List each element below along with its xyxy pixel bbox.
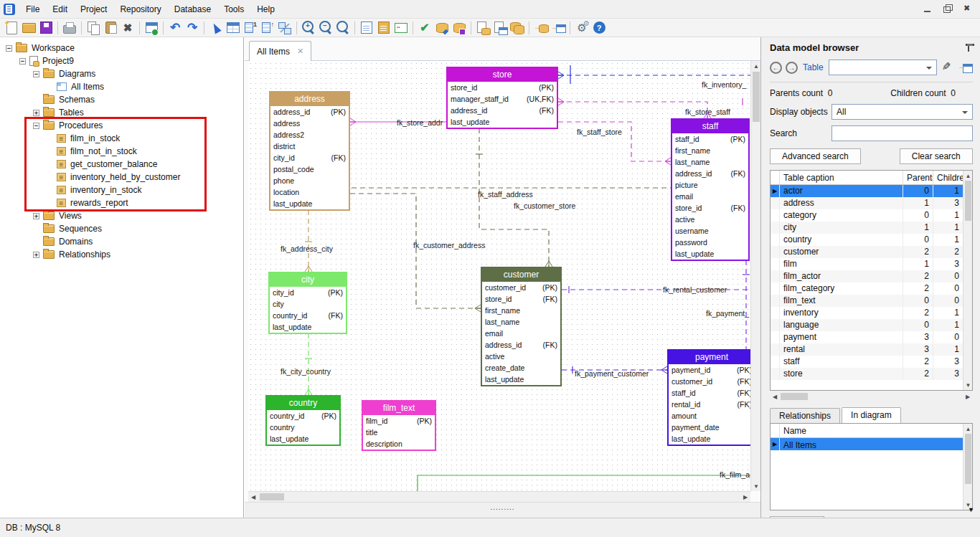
grid-hscrollbar[interactable]: ◀ ▶ (770, 391, 973, 401)
grid-scroll-down-icon[interactable]: ▼ (963, 380, 973, 390)
execute-script-icon[interactable] (433, 19, 451, 37)
canvas-vscrollbar[interactable]: ▲ ▼ (750, 61, 760, 491)
table-row-actor[interactable]: ▶actor01a (771, 185, 963, 197)
report-icon[interactable] (358, 19, 375, 37)
scroll-up-icon[interactable]: ▲ (751, 61, 761, 71)
canvas-hscrollbar[interactable]: ◀ ▶ (248, 491, 750, 502)
rel-name-header[interactable]: Name (780, 424, 972, 437)
tree-expander-collapse-icon[interactable]: − (33, 71, 39, 77)
table-combobox[interactable] (829, 60, 937, 75)
diagram-table-country[interactable]: countrycountry_id(PK)countrylast_update (265, 395, 341, 446)
advanced-search-button[interactable]: Advanced search (770, 148, 861, 164)
relgrid-vscroll-thumb[interactable] (965, 434, 971, 484)
add-table-icon[interactable] (143, 19, 160, 37)
paste-icon[interactable] (102, 19, 119, 37)
import-database-icon[interactable] (532, 19, 550, 37)
tree-item-inventory-in-stock[interactable]: inventory_in_stock (0, 184, 243, 196)
tree-expander-collapse-icon[interactable]: − (33, 123, 39, 129)
pin-icon[interactable] (965, 43, 973, 53)
tree-item-relationships[interactable]: +Relationships (0, 248, 243, 261)
open-table-editor-icon[interactable] (958, 60, 973, 75)
minimize-icon[interactable] (923, 5, 933, 14)
tab-relationships[interactable]: Relationships (770, 408, 840, 423)
save-database-icon[interactable] (451, 19, 468, 37)
tree-item-film-not-in-stock[interactable]: film_not_in_stock (0, 145, 243, 158)
close-icon[interactable] (963, 5, 973, 14)
diagram-table-customer[interactable]: customercustomer_id(PK)store_id(FK)first… (481, 267, 562, 386)
grid-scroll-left-icon[interactable]: ◀ (770, 391, 780, 401)
help-icon[interactable] (590, 19, 608, 37)
tree-item-film-in-stock[interactable]: film_in_stock (0, 132, 243, 145)
settings-icon[interactable] (573, 19, 590, 37)
diagram-table-city[interactable]: citycity_id(PK)citycountry_id(FK)last_up… (268, 272, 347, 334)
tree-item-project9[interactable]: −Project9 (0, 54, 243, 67)
delete-icon[interactable] (119, 19, 136, 37)
table-row-city[interactable]: city11c (771, 222, 963, 234)
table-row-staff[interactable]: staff23s (771, 356, 963, 368)
tree-item-inventory-held-by-customer[interactable]: inventory_held_by_customer (0, 171, 243, 184)
table-row-rental[interactable]: rental31r (771, 343, 963, 356)
menu-item-edit[interactable]: Edit (46, 1, 74, 17)
tree-item-procedures[interactable]: −Procedures (0, 119, 243, 132)
table-row-customer[interactable]: customer22c (771, 246, 963, 258)
tree-item-schemas[interactable]: Schemas (0, 93, 243, 106)
tab-in-diagram[interactable]: In diagram (842, 407, 901, 423)
tree-item-tables[interactable]: +Tables (0, 106, 243, 119)
relgrid-scroll-up-icon[interactable]: ▲ (963, 424, 973, 434)
diagram-table-address[interactable]: addressaddress_id(PK)addressaddress2dist… (269, 91, 350, 211)
splitter-handle[interactable]: ......... (490, 503, 514, 511)
tree-item-views[interactable]: +Views (0, 209, 243, 222)
index-editor-icon[interactable] (259, 19, 276, 37)
scroll-right-icon[interactable]: ▶ (740, 492, 750, 502)
menu-item-help[interactable]: Help (250, 1, 281, 17)
diagram-table-film_text[interactable]: film_textfilm_id(PK)titledescription (362, 400, 436, 451)
menu-item-repository[interactable]: Repository (113, 1, 167, 17)
nav-forward-icon[interactable]: → (786, 62, 798, 74)
table-row-inventory[interactable]: inventory21i (771, 307, 963, 319)
undo-icon[interactable] (166, 19, 184, 37)
tree-item-domains[interactable]: Domains (0, 235, 243, 248)
tree-expander-expand-icon[interactable]: + (33, 110, 39, 116)
save-icon[interactable] (37, 19, 55, 37)
table-row-address[interactable]: address13a (771, 197, 963, 209)
table-row-payment[interactable]: payment30p (771, 331, 963, 343)
menu-item-file[interactable]: File (19, 1, 46, 17)
search-input[interactable] (831, 125, 973, 141)
tree-expander-collapse-icon[interactable]: − (19, 58, 26, 65)
copy-database-icon[interactable] (509, 19, 526, 37)
vscroll-thumb[interactable] (753, 72, 760, 122)
scroll-left-icon[interactable]: ◀ (248, 492, 258, 502)
diagram-table-payment[interactable]: paymentpayment_id(PK)customer_id(FK)staf… (667, 349, 750, 446)
document-icon[interactable] (375, 19, 392, 37)
tree-expander-expand-icon[interactable]: + (33, 213, 39, 219)
tree-expander-collapse-icon[interactable]: − (6, 45, 12, 52)
er-diagram-canvas[interactable]: fk_inventory_fk_store_stafffk_staff_stor… (248, 61, 750, 491)
tab-all-items[interactable]: All Items ✕ (249, 41, 311, 61)
display-objects-combobox[interactable]: All (831, 104, 973, 120)
tree-item-get-customer-balance[interactable]: get_customer_balance (0, 158, 243, 171)
panel-expand-arrow-icon[interactable]: ▼ (968, 506, 974, 513)
table-row-film_text[interactable]: film_text00f (771, 295, 963, 307)
relgrid-vscrollbar[interactable]: ▲ ▼ (963, 424, 972, 510)
table-row-store[interactable]: store23s (771, 368, 963, 380)
tree-item-sequences[interactable]: Sequences (0, 222, 243, 235)
grid-header-table-caption[interactable]: Table caption (780, 171, 903, 184)
grid-vscroll-thumb[interactable] (965, 181, 971, 221)
grid-vscrollbar[interactable]: ▲ ▼ (963, 171, 972, 390)
print-icon[interactable] (61, 19, 78, 37)
scroll-down-icon[interactable]: ▼ (751, 481, 761, 491)
tree-item-workspace[interactable]: −Workspace (0, 42, 243, 54)
check-model-icon[interactable] (416, 19, 433, 37)
zoom-in-icon[interactable] (300, 19, 317, 37)
diagram-table-store[interactable]: storestore_id(PK)manager_staff_id(UK,FK)… (446, 67, 558, 129)
hscroll-thumb[interactable] (260, 493, 284, 500)
tree-item-diagrams[interactable]: −Diagrams (0, 67, 243, 80)
new-file-icon[interactable] (3, 19, 20, 37)
table-row-category[interactable]: category01c (771, 209, 963, 222)
relationships-icon[interactable] (276, 19, 293, 37)
tree-expander-expand-icon[interactable]: + (33, 252, 39, 258)
menu-item-tools[interactable]: Tools (217, 1, 250, 17)
tab-close-icon[interactable]: ✕ (297, 47, 303, 56)
menu-item-project[interactable]: Project (74, 1, 113, 17)
clear-search-button[interactable]: Clear search (900, 148, 973, 164)
